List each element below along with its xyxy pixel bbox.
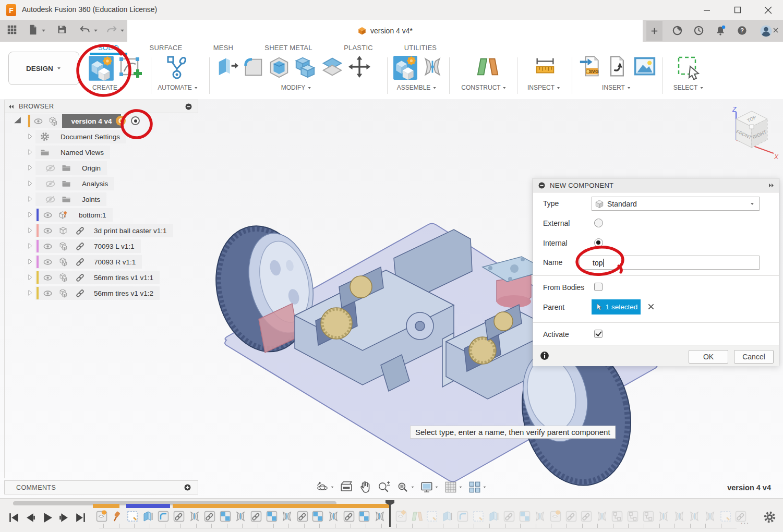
tl-rigid-icon[interactable] [642, 510, 655, 523]
tl-component-icon[interactable] [95, 510, 108, 523]
press-pull-icon[interactable] [215, 55, 239, 79]
extensions-icon[interactable] [671, 25, 683, 37]
notifications-icon[interactable] [714, 25, 727, 37]
avatar-icon[interactable] [758, 23, 774, 39]
browser-item-root-component[interactable]: version 4 v4C [0, 113, 203, 129]
tl-fillet-icon[interactable] [157, 510, 170, 523]
eye-off-icon[interactable] [45, 178, 56, 189]
measure-icon[interactable] [533, 55, 557, 79]
job-status-icon[interactable] [693, 25, 705, 37]
ribbon-tab-sheet-metal[interactable]: SHEET METAL [264, 44, 312, 52]
move-copy-icon[interactable] [347, 55, 371, 79]
comments-panel[interactable]: COMMENTS [4, 480, 198, 494]
skip-end-button[interactable] [74, 511, 87, 524]
expand-toggle-icon[interactable] [26, 179, 34, 187]
expand-toggle-icon[interactable] [26, 242, 34, 250]
root-component-label[interactable]: version 4 v4 [62, 114, 121, 128]
ribbon-tab-mesh[interactable]: MESH [213, 44, 233, 52]
browser-item-bottom-1[interactable]: bottom:1 [0, 207, 203, 223]
construct-plane-icon[interactable] [476, 55, 500, 79]
group-label-insert[interactable]: INSERT [602, 84, 631, 91]
step-back-button[interactable] [24, 511, 37, 524]
timeline-group-bar[interactable] [126, 504, 170, 508]
tl-sketch-icon[interactable] [472, 510, 485, 523]
expand-toggle-icon[interactable] [26, 273, 34, 281]
external-radio[interactable] [594, 219, 603, 227]
timeline-settings-gear-icon[interactable] [763, 510, 777, 524]
ok-button[interactable]: OK [689, 350, 728, 364]
fit-button[interactable] [394, 480, 416, 494]
tl-rigid-icon[interactable] [627, 510, 639, 523]
group-label-automate[interactable]: AUTOMATE [158, 84, 198, 91]
expand-toggle-icon[interactable] [26, 164, 34, 172]
file-caret-icon[interactable] [41, 28, 46, 33]
tl-joint-icon[interactable] [673, 510, 685, 523]
app-grid-icon[interactable] [6, 24, 18, 35]
undo-icon[interactable] [79, 24, 91, 35]
activate-checkbox[interactable] [594, 330, 603, 338]
group-label-select[interactable]: SELECT [673, 84, 704, 91]
expand-toggle-icon[interactable] [26, 289, 34, 297]
tl-component-icon[interactable] [395, 510, 407, 523]
file-icon[interactable] [27, 24, 39, 35]
tl-pin-icon[interactable] [111, 510, 124, 523]
pan-button[interactable] [357, 480, 374, 494]
ribbon-tab-utilities[interactable]: UTILITIES [404, 44, 437, 52]
step-forward-button[interactable] [57, 511, 70, 524]
tl-joint-icon[interactable] [327, 510, 340, 523]
tl-sketch-icon[interactable] [126, 510, 139, 523]
eye-icon[interactable] [43, 288, 53, 298]
group-label-modify[interactable]: MODIFY [281, 84, 312, 91]
derive-icon[interactable] [605, 55, 628, 78]
parent-selection-button[interactable]: 1 selected [592, 299, 641, 315]
group-label-assemble[interactable]: ASSEMBLE [397, 84, 437, 91]
tl-link-icon[interactable] [565, 510, 577, 523]
tl-planes-icon[interactable] [411, 510, 423, 523]
new-tab-button[interactable] [646, 21, 662, 41]
info-icon[interactable] [539, 350, 550, 361]
eye-off-icon[interactable] [45, 163, 56, 174]
combine-icon[interactable] [293, 55, 317, 79]
create-sketch-icon[interactable] [118, 55, 143, 80]
tl-joint-icon[interactable] [704, 510, 716, 523]
tl-joint-icon[interactable] [688, 510, 701, 523]
tl-joint-icon[interactable] [188, 510, 201, 523]
timeline-group-bar[interactable] [93, 504, 119, 508]
activate-component-radio[interactable] [131, 116, 140, 125]
canvas-icon[interactable] [633, 55, 656, 78]
group-label-create[interactable]: CREATE [92, 84, 124, 91]
browser-item-56mm-tires-v1-v1-2[interactable]: 56mm tires v1 v1:2 [0, 285, 203, 301]
group-label-inspect[interactable]: INSPECT [527, 84, 561, 91]
internal-radio[interactable] [594, 238, 603, 247]
ribbon-tab-solid[interactable]: SOLID [98, 44, 119, 52]
browser-item-3d-print-ball-caster-v1-1[interactable]: 3d print ball caster v1:1 [0, 223, 203, 238]
3d-viewport[interactable]: TOP FRONT RIGHT Z X BROWSER version 4 v4… [0, 99, 783, 498]
browser-minimize-icon[interactable] [185, 103, 192, 111]
help-icon[interactable]: ? [736, 25, 748, 37]
browser-item-analysis[interactable]: Analysis [0, 176, 203, 191]
design-workspace-button[interactable]: DESIGN [8, 52, 79, 85]
tl-link-icon[interactable] [503, 510, 515, 523]
select-icon[interactable] [676, 55, 701, 80]
browser-panel-header[interactable]: BROWSER [4, 100, 198, 113]
zoom-button[interactable] [376, 480, 392, 494]
dialog-collapse-icon[interactable] [538, 182, 546, 189]
tl-sketch-icon[interactable] [719, 510, 732, 523]
skip-start-button[interactable] [7, 511, 20, 524]
browser-item-named-views[interactable]: Named Views [0, 144, 203, 160]
browser-item-joints[interactable]: Joints [0, 191, 203, 207]
close-button[interactable] [760, 3, 776, 17]
automate-icon[interactable] [165, 55, 190, 80]
tl-grid-icon[interactable] [358, 510, 370, 523]
eye-icon[interactable] [43, 257, 53, 267]
tl-link-icon[interactable] [343, 510, 355, 523]
tl-grid-icon[interactable] [519, 510, 531, 523]
tl-rigid-icon[interactable] [611, 510, 623, 523]
new-component-icon[interactable] [392, 55, 418, 81]
minimize-button[interactable] [699, 3, 715, 17]
tl-joint-icon[interactable] [234, 510, 247, 523]
insert-svg-icon[interactable]: SVG [579, 55, 602, 78]
document-tab[interactable]: version 4 v4* [127, 20, 643, 42]
group-label-construct[interactable]: CONSTRUCT [461, 84, 507, 91]
cancel-button[interactable]: Cancel [734, 350, 774, 364]
